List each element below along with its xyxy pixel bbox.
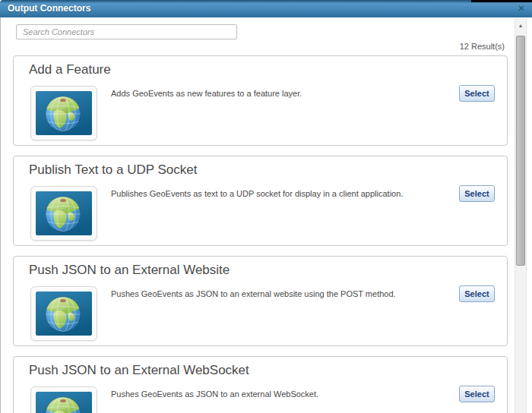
dialog-body: 12 Result(s) Add a Feature: [0, 17, 532, 413]
select-button[interactable]: Select: [459, 185, 495, 202]
globe-icon: [36, 91, 92, 135]
results-count: 12 Result(s): [460, 42, 505, 51]
dialog-title: Output Connectors: [0, 0, 532, 17]
vertical-scrollbar[interactable]: ▲: [515, 19, 527, 413]
connector-card-publish-text-udp: Publish Text to a UDP Socket: [13, 156, 508, 246]
select-button[interactable]: Select: [459, 85, 495, 102]
connector-thumbnail: [30, 386, 97, 413]
search-input[interactable]: [16, 24, 237, 39]
connector-list: Add a Feature: [13, 55, 508, 413]
dialog-titlebar: Output Connectors ✕: [0, 0, 532, 17]
connector-description: Publishes GeoEvents as text to a UDP soc…: [111, 188, 463, 199]
connector-card-add-a-feature: Add a Feature: [13, 55, 508, 146]
scrollbar-thumb[interactable]: [516, 36, 525, 266]
connector-title: Push JSON to an External WebSocket: [29, 363, 249, 378]
connector-title: Add a Feature: [29, 62, 111, 77]
connector-thumbnail: [30, 86, 97, 140]
close-icon[interactable]: ✕: [518, 3, 525, 14]
globe-icon: [36, 392, 92, 413]
globe-icon: [36, 191, 92, 235]
connector-card-push-json-websocket: Push JSON to an External WebSocket: [13, 356, 508, 413]
select-button[interactable]: Select: [459, 386, 495, 402]
connector-title: Publish Text to a UDP Socket: [29, 162, 197, 178]
connector-title: Push JSON to an External Website: [29, 263, 230, 278]
globe-icon: [36, 292, 92, 336]
connector-thumbnail: [30, 186, 97, 241]
background-window-edge: [471, 0, 532, 2]
scroll-up-arrow-icon[interactable]: ▲: [515, 19, 526, 32]
connector-description: Adds GeoEvents as new features to a feat…: [111, 88, 463, 99]
connector-description: Pushes GeoEvents as JSON to an external …: [111, 288, 463, 299]
connector-description: Pushes GeoEvents as JSON to an external …: [111, 389, 463, 399]
connector-thumbnail: [30, 286, 97, 341]
connector-card-push-json-website: Push JSON to an External Website: [13, 256, 508, 346]
select-button[interactable]: Select: [459, 285, 495, 302]
